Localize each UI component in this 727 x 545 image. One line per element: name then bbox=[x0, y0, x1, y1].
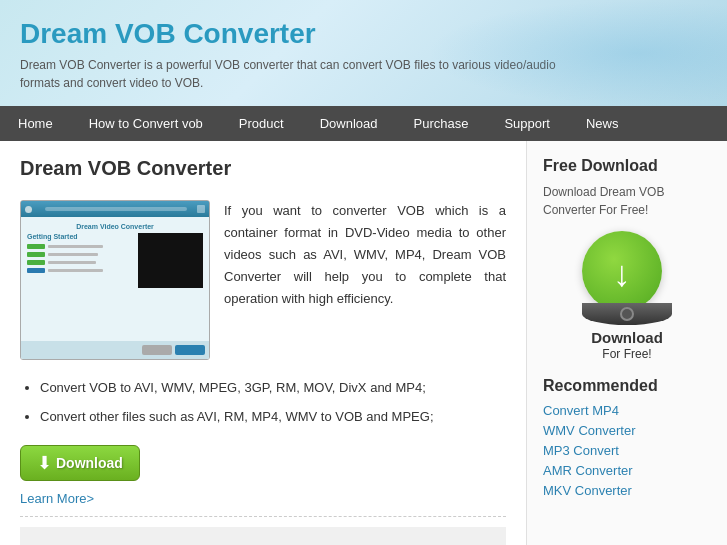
rec-link-4[interactable]: MKV Converter bbox=[543, 483, 632, 498]
recommended-title: Recommended bbox=[543, 377, 711, 395]
disc-hole bbox=[620, 307, 634, 321]
screenshot-titlebar bbox=[21, 201, 209, 217]
ss-content: Getting Started bbox=[27, 233, 203, 288]
site-description: Dream VOB Converter is a powerful VOB co… bbox=[20, 56, 580, 92]
site-title: Dream VOB Converter bbox=[20, 18, 707, 50]
main-content: Dream VOB Converter Dream Video Converte… bbox=[0, 141, 527, 545]
ss-btn4 bbox=[27, 268, 45, 273]
ss-row1 bbox=[27, 244, 134, 249]
learn-more-link[interactable]: Learn More> bbox=[20, 491, 506, 506]
rec-link-1[interactable]: WMV Converter bbox=[543, 423, 635, 438]
ss-video-preview bbox=[138, 233, 203, 288]
nav-home[interactable]: Home bbox=[0, 106, 71, 141]
download-arrow-icon: ↓ bbox=[613, 256, 631, 292]
ss-bottom-btn2 bbox=[175, 345, 205, 355]
rec-link-3[interactable]: AMR Converter bbox=[543, 463, 633, 478]
nav-support[interactable]: Support bbox=[486, 106, 568, 141]
page-header: Dream VOB Converter Dream VOB Converter … bbox=[0, 0, 727, 106]
list-item: WMV Converter bbox=[543, 423, 711, 438]
ss-row2 bbox=[27, 252, 134, 257]
nav-purchase[interactable]: Purchase bbox=[396, 106, 487, 141]
screenshot-body: Dream Video Converter Getting Started bbox=[21, 217, 209, 359]
ss-app-title: Dream Video Converter bbox=[27, 223, 203, 230]
ss-row3 bbox=[27, 260, 134, 265]
main-layout: Dream VOB Converter Dream Video Converte… bbox=[0, 141, 727, 545]
download-label: Download For Free! bbox=[591, 329, 663, 361]
titlebar-dot bbox=[25, 206, 32, 213]
download-main-label: Download bbox=[591, 329, 663, 346]
feature-item: Convert VOB to AVI, WMV, MPEG, 3GP, RM, … bbox=[40, 376, 506, 399]
recommended-list: Convert MP4 WMV Converter MP3 Convert AM… bbox=[543, 403, 711, 498]
nav-news[interactable]: News bbox=[568, 106, 637, 141]
nav-download[interactable]: Download bbox=[302, 106, 396, 141]
main-nav: Home How to Convert vob Product Download… bbox=[0, 106, 727, 141]
free-download-title: Free Download bbox=[543, 157, 711, 175]
ss-btn1 bbox=[27, 244, 45, 249]
ss-btn3 bbox=[27, 260, 45, 265]
disc-shape bbox=[582, 303, 672, 325]
titlebar-bar bbox=[45, 207, 187, 211]
intro-section: Dream Video Converter Getting Started bbox=[20, 200, 506, 360]
feature-list: Convert VOB to AVI, WMV, MPEG, 3GP, RM, … bbox=[40, 376, 506, 429]
ss-bottom-btn1 bbox=[142, 345, 172, 355]
download-icon-wrapper: ↓ bbox=[582, 231, 672, 325]
ss-line1 bbox=[48, 245, 103, 248]
feature-item: Convert other files such as AVI, RM, MP4… bbox=[40, 405, 506, 428]
ss-bottom-bar bbox=[21, 341, 209, 359]
ss-line4 bbox=[48, 269, 103, 272]
list-item: Convert MP4 bbox=[543, 403, 711, 418]
list-item: AMR Converter bbox=[543, 463, 711, 478]
list-item: MP3 Convert bbox=[543, 443, 711, 458]
ss-line2 bbox=[48, 253, 98, 256]
download-arrow-icon: ⬇ bbox=[37, 452, 52, 474]
content-divider bbox=[20, 516, 506, 517]
product-screenshot: Dream Video Converter Getting Started bbox=[20, 200, 210, 360]
titlebar-btn bbox=[197, 205, 205, 213]
download-button[interactable]: ⬇ Download bbox=[20, 445, 140, 481]
intro-paragraph: If you want to converter VOB which is a … bbox=[224, 200, 506, 360]
nav-how-to[interactable]: How to Convert vob bbox=[71, 106, 221, 141]
ss-row4 bbox=[27, 268, 134, 273]
ss-line3 bbox=[48, 261, 96, 264]
ss-left: Getting Started bbox=[27, 233, 134, 288]
sidebar: Free Download Download Dream VOB Convert… bbox=[527, 141, 727, 545]
ss-getting-started: Getting Started bbox=[27, 233, 134, 240]
nav-product[interactable]: Product bbox=[221, 106, 302, 141]
download-circle-icon: ↓ bbox=[582, 231, 662, 311]
page-title: Dream VOB Converter bbox=[20, 157, 506, 186]
rec-link-2[interactable]: MP3 Convert bbox=[543, 443, 619, 458]
download-visual: ↓ Download For Free! bbox=[543, 231, 711, 361]
list-item: MKV Converter bbox=[543, 483, 711, 498]
content-bottom-bg bbox=[20, 527, 506, 545]
free-download-desc: Download Dream VOB Converter For Free! bbox=[543, 183, 711, 219]
ss-btn2 bbox=[27, 252, 45, 257]
rec-link-0[interactable]: Convert MP4 bbox=[543, 403, 619, 418]
download-button-label: Download bbox=[56, 455, 123, 471]
download-sub-label: For Free! bbox=[602, 347, 651, 361]
